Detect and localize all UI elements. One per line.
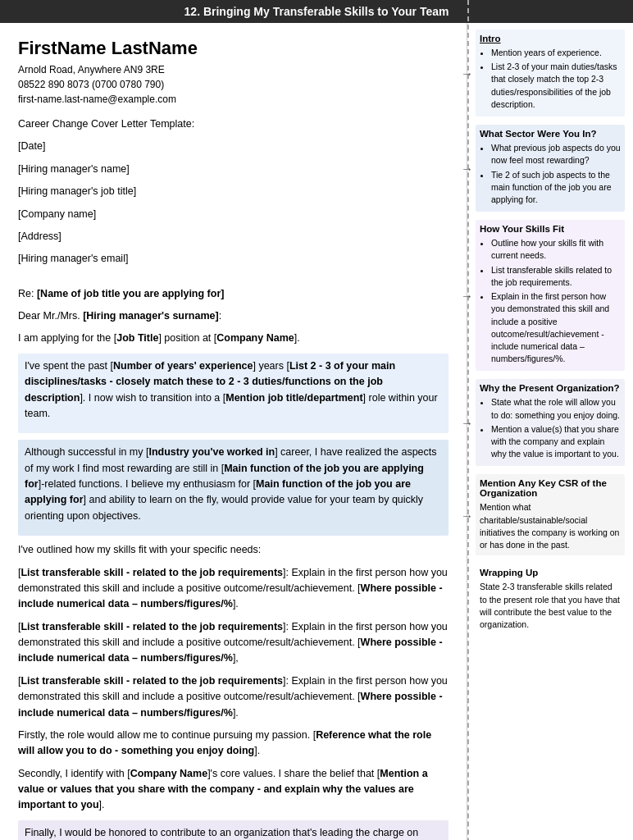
email-placeholder: [Hiring manager's email] — [18, 251, 449, 267]
why-arrow: → — [461, 416, 473, 430]
intro-bullet1: Mention years of experience. — [491, 47, 621, 59]
sidebar-why: Why the Present Organization? State what… — [476, 379, 625, 466]
address-line3: first-name.last-name@example.com — [18, 92, 449, 107]
sidebar-wrapping: Wrapping Up State 2-3 transferable skill… — [476, 564, 625, 635]
sidebar-intro-bullets: Mention years of experience. List 2-3 of… — [480, 47, 621, 111]
skills-bullet3: Explain in the first person how you demo… — [491, 290, 621, 365]
intro-bullet2: List 2-3 of your main duties/tasks that … — [491, 61, 621, 111]
re-bold: [Name of job title you are applying for] — [37, 288, 225, 299]
para7: Finally, I would be honored to contribut… — [25, 825, 442, 840]
para2-block: I've spent the past [Number of years' ex… — [18, 354, 449, 434]
sidebar-sector: What Sector Were You In? What previous j… — [476, 125, 625, 212]
para6: Secondly, I identify with [Company Name]… — [18, 766, 449, 814]
template-header-block: Career Change Cover Letter Template: [Da… — [18, 116, 449, 267]
greeting-bold: [Hiring manager's surname] — [83, 310, 219, 322]
greeting: Dear Mr./Mrs. [Hiring manager's surname]… — [18, 308, 449, 324]
para1: I am applying for the [Job Title] positi… — [18, 331, 449, 346]
re-line: Re: [Name of job title you are applying … — [18, 286, 449, 302]
sector-arrow: → — [461, 162, 473, 176]
sidebar-wrapping-text: State 2-3 transferable skills related to… — [480, 581, 621, 631]
company-placeholder: [Company name] — [18, 207, 449, 222]
skill-block1: [List transferable skill - related to th… — [18, 565, 449, 613]
sidebar-sector-title: What Sector Were You In? — [480, 129, 621, 139]
para7-block: Finally, I would be honored to contribut… — [18, 820, 449, 840]
address-placeholder: [Address] — [18, 229, 449, 244]
page-header: 12. Bringing My Transferable Skills to Y… — [0, 0, 633, 23]
sector-bullet2: Tie 2 of such job aspects to the main fu… — [491, 169, 621, 207]
letter-body: Re: [Name of job title you are applying … — [18, 286, 449, 840]
para3: Although successful in my [Industry you'… — [25, 445, 442, 524]
why-bullet2: Mention a value(s) that you share with t… — [491, 423, 621, 461]
para2: I've spent the past [Number of years' ex… — [25, 358, 442, 422]
address-line2: 08522 890 8073 (0700 0780 790) — [18, 77, 449, 92]
sidebar-skills-title: How Your Skills Fit — [480, 224, 621, 234]
sidebar-why-title: Why the Present Organization? — [480, 383, 621, 393]
skills-bullet1: Outline how your skills fit with current… — [491, 237, 621, 262]
sidebar-wrapping-title: Wrapping Up — [480, 568, 621, 578]
sidebar-intro: Intro Mention years of experience. List … — [476, 30, 625, 116]
main-layout: FirstName LastName Arnold Road, Anywhere… — [0, 23, 633, 840]
para3-block: Although successful in my [Industry you'… — [18, 440, 449, 536]
address-line1: Arnold Road, Anywhere AN9 3RE — [18, 62, 449, 77]
sidebar-sector-bullets: What previous job aspects do you now fee… — [480, 142, 621, 206]
csr-arrow: → — [461, 508, 473, 522]
header-title: 12. Bringing My Transferable Skills to Y… — [184, 5, 449, 18]
why-bullet1: State what the role will allow you to do… — [491, 396, 621, 421]
manager-title-placeholder: [Hiring manager's job title] — [18, 184, 449, 199]
sidebar: Intro Mention years of experience. List … — [467, 23, 633, 840]
applicant-name: FirstName LastName — [18, 38, 449, 59]
sector-bullet1: What previous job aspects do you now fee… — [491, 142, 621, 167]
skill-block2: [List transferable skill - related to th… — [18, 619, 449, 667]
para4: I've outlined how my skills fit with you… — [18, 542, 449, 558]
sidebar-csr-title: Mention Any Key CSR of the Organization — [480, 478, 621, 498]
skill-block3: [List transferable skill - related to th… — [18, 673, 449, 721]
skills-bullet2: List transferable skills related to the … — [491, 264, 621, 289]
template-label: Career Change Cover Letter Template: — [18, 116, 449, 132]
contact-info: Arnold Road, Anywhere AN9 3RE 08522 890 … — [18, 62, 449, 107]
sidebar-csr: Mention Any Key CSR of the Organization … — [476, 474, 625, 555]
para5: Firstly, the role would allow me to cont… — [18, 728, 449, 760]
sidebar-intro-title: Intro — [480, 34, 621, 43]
sidebar-why-bullets: State what the role will allow you to do… — [480, 396, 621, 460]
sidebar-csr-text: Mention what charitable/sustainable/soci… — [480, 501, 621, 551]
intro-arrow: → — [461, 66, 473, 80]
sidebar-skills-bullets: Outline how your skills fit with current… — [480, 237, 621, 365]
date-placeholder: [Date] — [18, 139, 449, 154]
letter-area: FirstName LastName Arnold Road, Anywhere… — [0, 23, 467, 840]
manager-name-placeholder: [Hiring manager's name] — [18, 162, 449, 177]
sidebar-skills: How Your Skills Fit Outline how your ski… — [476, 220, 625, 371]
skills-arrow: → — [461, 289, 473, 303]
